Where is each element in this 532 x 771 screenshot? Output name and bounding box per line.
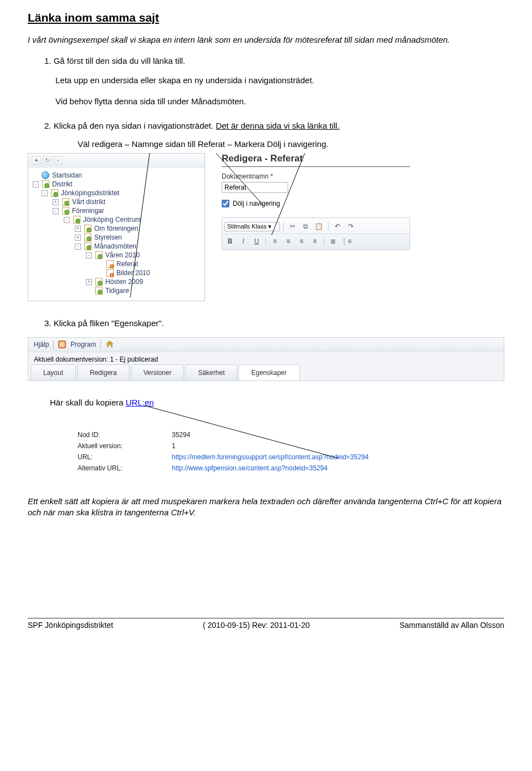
new-page-icon[interactable]: ✦	[32, 156, 40, 165]
tab-redigera[interactable]: Redigera	[77, 364, 130, 381]
expand-icon[interactable]: +	[75, 226, 81, 232]
property-label: URL:	[78, 453, 172, 461]
tab-säkerhet[interactable]: Säkerhet	[185, 364, 237, 381]
navigation-tree[interactable]: Startsidan-Distrikt-Jönköpingsdistriktet…	[28, 168, 204, 301]
page-title: Länka inom samma sajt	[28, 11, 504, 24]
expand-icon[interactable]: -	[53, 208, 59, 214]
refresh-icon[interactable]: ↻	[43, 156, 52, 165]
step-2: 2. Klicka på den nya sidan i navigations…	[28, 120, 504, 131]
screenshot-1: ✦ ↻ ▫ Startsidan-Distrikt-Jönköpingsdist…	[28, 153, 504, 301]
help-link[interactable]: Hjälp	[34, 341, 49, 348]
tree-label: Våren 2010	[105, 251, 140, 259]
expand-icon[interactable]: -	[33, 181, 39, 187]
step-2c: Väl redigera – Namnge sidan till Referat…	[28, 139, 504, 149]
bold-icon[interactable]: B	[224, 236, 236, 246]
footer-center: ( 2010-09-15) Rev: 2011-01-20	[203, 621, 310, 630]
tabs-screenshot: Hjälp Program Aktuell dokumentversion: 1…	[28, 337, 504, 381]
page-icon	[41, 180, 50, 188]
tree-node[interactable]: -Jönköping Centrum	[30, 215, 202, 224]
numbered-list-icon[interactable]: ≣	[328, 236, 339, 246]
tree-label: Om föreningen	[94, 225, 138, 232]
tree-node[interactable]: -Föreningar	[30, 206, 202, 215]
doc-name-input[interactable]	[222, 182, 288, 193]
undo-icon[interactable]: ↶	[332, 221, 343, 231]
page-footer: SPF Jönköpingsdistriktet ( 2010-09-15) R…	[28, 618, 504, 630]
underline-icon[interactable]: U	[251, 236, 262, 246]
property-label: Nod ID:	[78, 431, 172, 439]
tab-versioner[interactable]: Versioner	[131, 364, 185, 381]
tree-node[interactable]: Startsidan	[30, 171, 202, 180]
tree-node[interactable]: -Månadsmöten	[30, 242, 202, 251]
expand-icon[interactable]: -	[86, 252, 92, 258]
align-center-icon[interactable]: ≡	[283, 236, 294, 246]
expand-icon	[97, 270, 103, 276]
tree-label: Föreningar	[72, 207, 104, 215]
paste-icon[interactable]: 📋	[314, 221, 325, 231]
copy-icon[interactable]: ⧉	[300, 221, 311, 231]
editor-toolbar: Stilmalls Klass ▾ ✂ ⧉ 📋 ↶ ↷ B I U ≡ ≡ ≡ …	[222, 217, 410, 250]
step-1: 1. Gå först till den sida du vill länka …	[28, 55, 504, 67]
tree-toolbar: ✦ ↻ ▫	[28, 154, 204, 168]
tree-node[interactable]: +Styrelsen	[30, 233, 202, 242]
italic-icon[interactable]: I	[238, 236, 249, 246]
editor-panel: Redigera - Referat Dokumentnamn * Dölj i…	[222, 153, 410, 250]
expand-icon	[33, 173, 39, 179]
closing-text: Ett enkelt sätt att kopiera är att med m…	[28, 496, 504, 519]
cut-icon[interactable]: ✂	[287, 221, 298, 231]
tree-node[interactable]: -Jönköpingsdistriktet	[30, 189, 202, 197]
step-3: 3. Klicka på fliken "Egenskaper".	[28, 318, 504, 329]
expand-icon[interactable]: +	[75, 235, 81, 241]
tree-node[interactable]: Tidigare	[30, 286, 202, 295]
property-row: Alternativ URL:http://www.spfpension.se/…	[78, 463, 510, 474]
tree-node[interactable]: Referat	[30, 260, 202, 268]
version-text: Aktuell dokumentversion: 1 - Ej publicer…	[28, 352, 504, 364]
align-justify-icon[interactable]: ≡	[309, 236, 320, 246]
hide-nav-checkbox[interactable]	[222, 200, 229, 207]
tree-node[interactable]: +Hösten 2009	[30, 277, 202, 286]
redo-icon[interactable]: ↷	[345, 221, 356, 231]
hide-nav-row[interactable]: Dölj i navigering	[222, 200, 410, 207]
tab-layout[interactable]: Layout	[30, 364, 76, 381]
program-icon	[58, 341, 66, 348]
hide-nav-label: Dölj i navigering	[233, 200, 280, 207]
expand-icon[interactable]: -	[64, 217, 70, 223]
page-icon	[61, 207, 70, 215]
page-icon	[94, 287, 103, 295]
style-class-select[interactable]: Stilmalls Klass ▾	[224, 222, 280, 231]
tree-node[interactable]: +Vårt distrikt	[30, 197, 202, 206]
home-icon[interactable]	[105, 340, 114, 349]
expand-icon[interactable]: +	[53, 199, 59, 205]
tree-label: Bilder 2010	[116, 269, 150, 277]
editor-title: Redigera - Referat	[222, 153, 410, 167]
property-row: Aktuell version:1	[78, 440, 510, 452]
expand-icon[interactable]: -	[42, 190, 48, 196]
page-icon[interactable]: ▫	[54, 156, 63, 165]
tree-node[interactable]: -Våren 2010	[30, 251, 202, 260]
tree-label: Månadsmöten	[94, 242, 136, 250]
tree-node[interactable]: Bilder 2010	[30, 268, 202, 277]
align-left-icon[interactable]: ≡	[269, 236, 280, 246]
tree-node[interactable]: +Om föreningen	[30, 224, 202, 233]
page-icon	[72, 216, 81, 224]
tab-egenskaper[interactable]: Egenskaper	[238, 364, 299, 381]
tabs-row: LayoutRedigeraVersionerSäkerhetEgenskape…	[28, 364, 504, 381]
tree-node[interactable]: -Distrikt	[30, 180, 202, 189]
property-label: Aktuell version:	[78, 442, 172, 450]
page-icon	[50, 189, 59, 197]
expand-icon[interactable]: +	[86, 279, 92, 285]
property-row: Nod ID:35294	[78, 429, 510, 440]
expand-icon[interactable]: -	[75, 244, 81, 250]
intro-text: I vårt övningsexempel skall vi skapa en …	[28, 34, 504, 45]
property-value[interactable]: http://www.spfpension.se/content.asp?nod…	[172, 464, 328, 472]
page-icon	[61, 198, 70, 206]
property-value[interactable]: https://medlem.foreningssupport.se/spf/c…	[172, 453, 369, 461]
property-value: 1	[172, 442, 176, 450]
footer-left: SPF Jönköpingsdistriktet	[28, 621, 113, 630]
bulleted-list-icon[interactable]: ⋮≡	[341, 236, 352, 246]
page-icon	[105, 260, 114, 268]
align-right-icon[interactable]: ≡	[296, 236, 307, 246]
tree-label: Vårt distrikt	[72, 198, 105, 206]
program-link[interactable]: Program	[70, 341, 96, 348]
step-2b: Det är denna sida vi ska länka till.	[216, 121, 339, 130]
tree-label: Distrikt	[52, 180, 73, 188]
